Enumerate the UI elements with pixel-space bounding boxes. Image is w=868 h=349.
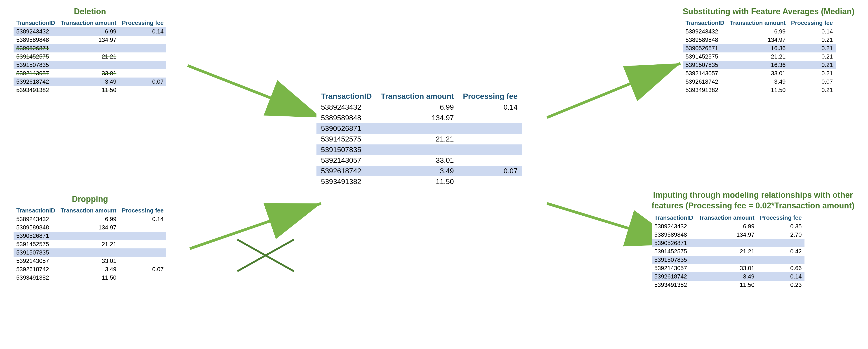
svg-line-7 (237, 240, 294, 271)
cell-transaction-id: 5390526871 (652, 239, 696, 247)
table-row: 5391507835 (13, 61, 166, 69)
cell-amount: 134.97 (727, 36, 788, 44)
table-row: 53926187423.490.07 (13, 265, 166, 274)
cell-fee: 0.14 (458, 102, 522, 113)
cell-fee (119, 53, 166, 61)
cell-transaction-id: 5390526871 (13, 44, 58, 53)
table-row: 539145257521.210.42 (652, 247, 804, 256)
svg-line-3 (188, 66, 321, 118)
cell-transaction-id: 5393491382 (652, 281, 696, 289)
cell-transaction-id: 5392618742 (13, 77, 58, 86)
cell-amount (376, 145, 458, 155)
cell-amount: 134.97 (376, 113, 458, 123)
cell-transaction-id: 5389243432 (13, 215, 58, 223)
cell-fee: 0.21 (788, 53, 836, 61)
cell-transaction-id: 5389243432 (652, 222, 696, 230)
cell-transaction-id: 5391507835 (652, 256, 696, 264)
cell-transaction-id: 5393491382 (683, 86, 727, 94)
table-row: 5390526871 (652, 239, 804, 247)
cell-amount: 16.36 (727, 44, 788, 53)
cell-transaction-id: 5393491382 (13, 274, 58, 282)
center-header-id: TransactionID (316, 90, 376, 102)
cell-transaction-id: 5392143057 (13, 257, 58, 265)
svg-line-8 (237, 240, 294, 271)
cell-fee: 0.66 (757, 264, 804, 273)
cell-fee: 0.42 (757, 247, 804, 256)
imp-header-fee: Processing fee (757, 213, 804, 222)
cell-fee: 0.21 (788, 86, 836, 94)
cell-fee (458, 176, 522, 187)
cell-amount: 3.49 (727, 77, 788, 86)
cell-fee: 0.14 (119, 215, 166, 223)
cell-amount: 3.49 (58, 77, 119, 86)
drop-header-id: TransactionID (13, 206, 58, 215)
drop-header-fee: Processing fee (119, 206, 166, 215)
table-row: 53892434326.990.14 (316, 102, 522, 113)
cell-amount: 11.50 (727, 86, 788, 94)
cell-transaction-id: 5392143057 (683, 69, 727, 77)
deletion-section: Deletion TransactionID Transaction amoun… (13, 7, 166, 94)
cell-amount: 33.01 (727, 69, 788, 77)
substituting-table: TransactionID Transaction amount Process… (683, 19, 836, 94)
imputing-table: TransactionID Transaction amount Process… (652, 213, 804, 289)
table-row: 5391507835 (316, 145, 522, 155)
cell-fee (458, 113, 522, 123)
cell-fee (119, 86, 166, 94)
cell-transaction-id: 5391507835 (316, 145, 376, 155)
center-header-amount: Transaction amount (376, 90, 458, 102)
cell-transaction-id: 5391507835 (13, 61, 58, 69)
cell-fee (458, 123, 522, 134)
del-header-amount: Transaction amount (58, 19, 119, 27)
imputing-title-line2: features (Processing fee = 0.02*Transact… (652, 201, 855, 210)
cell-transaction-id: 5391507835 (13, 248, 58, 257)
cell-fee: 0.14 (788, 27, 836, 36)
cell-transaction-id: 5390526871 (13, 232, 58, 240)
cell-transaction-id: 5389589848 (13, 36, 58, 44)
table-row: 539214305733.01 (13, 69, 166, 77)
cell-amount: 33.01 (376, 155, 458, 166)
cell-amount (58, 61, 119, 69)
cell-transaction-id: 5392618742 (652, 273, 696, 281)
cell-fee (119, 248, 166, 257)
table-row: 5390526871 (13, 44, 166, 53)
cell-fee (119, 274, 166, 282)
table-row: 539214305733.010.66 (652, 264, 804, 273)
cell-transaction-id: 5391452575 (13, 53, 58, 61)
cell-fee: 2.70 (757, 230, 804, 239)
cell-fee: 0.21 (788, 44, 836, 53)
table-row: 53892434326.990.14 (13, 27, 166, 36)
cell-fee (458, 155, 522, 166)
cell-amount: 21.21 (727, 53, 788, 61)
substituting-title: Substituting with Feature Averages (Medi… (683, 7, 855, 16)
del-header-id: TransactionID (13, 19, 58, 27)
cell-amount: 3.49 (696, 273, 757, 281)
table-row: 5390526871 (316, 123, 522, 134)
cell-fee: 0.14 (119, 27, 166, 36)
deletion-title: Deletion (13, 7, 166, 16)
cell-transaction-id: 5392143057 (652, 264, 696, 273)
table-row: 53892434326.990.35 (652, 222, 804, 230)
cell-fee (458, 134, 522, 145)
cell-transaction-id: 5392618742 (316, 166, 376, 176)
cell-amount (58, 44, 119, 53)
imp-header-id: TransactionID (652, 213, 696, 222)
table-row: 5389589848134.97 (316, 113, 522, 123)
cell-transaction-id: 5389589848 (316, 113, 376, 123)
cell-transaction-id: 5390526871 (683, 44, 727, 53)
cell-transaction-id: 5392143057 (316, 155, 376, 166)
table-row: 539214305733.01 (13, 257, 166, 265)
table-row: 53926187423.490.14 (652, 273, 804, 281)
cell-fee: 0.21 (788, 69, 836, 77)
cell-amount: 6.99 (58, 215, 119, 223)
cell-amount: 134.97 (58, 223, 119, 232)
table-row: 53892434326.990.14 (13, 215, 166, 223)
drop-header-amount: Transaction amount (58, 206, 119, 215)
cell-transaction-id: 5391452575 (652, 247, 696, 256)
deletion-table: TransactionID Transaction amount Process… (13, 19, 166, 94)
cell-amount: 16.36 (727, 61, 788, 69)
table-row: 539214305733.010.21 (683, 69, 836, 77)
cell-fee: 0.07 (458, 166, 522, 176)
cell-transaction-id: 5393491382 (316, 176, 376, 187)
table-row: 539145257521.21 (316, 134, 522, 145)
cell-transaction-id: 5391452575 (13, 240, 58, 248)
